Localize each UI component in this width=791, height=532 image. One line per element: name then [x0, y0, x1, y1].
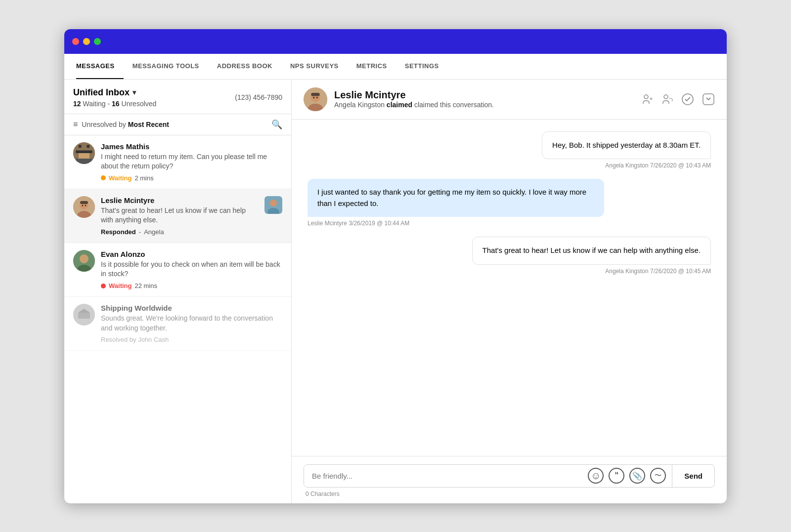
- chevron-down-icon: ▾: [132, 88, 136, 96]
- filter-controls[interactable]: ≡ Unresolved by Most Recent: [73, 120, 169, 129]
- chat-claimed-info: Angela Kingston claimed claimed this con…: [334, 101, 494, 109]
- conv-name-shipping: Shipping Worldwide: [101, 304, 282, 312]
- avatar-james: [73, 142, 95, 164]
- inbox-title[interactable]: Unified Inbox ▾: [73, 87, 156, 98]
- conv-body-leslie: Leslie Mcintyre That's great to hear! Le…: [101, 196, 259, 236]
- message-bubble-1: Hey, Bob. It shipped yesterday at 8.30am…: [542, 131, 711, 160]
- emoji-button[interactable]: ☺: [588, 468, 604, 484]
- conversation-item-evan[interactable]: Evan Alonzo Is it possible for you to ch…: [64, 243, 291, 297]
- message-meta-1: Angela Kingston 7/26/2020 @ 10:43 AM: [605, 162, 711, 169]
- sidebar: Unified Inbox ▾ 12 Waiting - 16 Unresolv…: [64, 80, 292, 503]
- main-layout: Unified Inbox ▾ 12 Waiting - 16 Unresolv…: [64, 80, 727, 503]
- quote-button[interactable]: ": [609, 468, 624, 484]
- filter-icon: ≡: [73, 120, 78, 129]
- app-window: MESSAGES MESSAGING TOOLS ADDRESS BOOK NP…: [64, 29, 727, 503]
- svg-point-26: [316, 97, 318, 98]
- signature-button[interactable]: 〜: [650, 468, 666, 484]
- avatar-evan: [73, 250, 95, 272]
- assign-agent-button[interactable]: [642, 93, 654, 105]
- chat-contact-name: Leslie Mcintyre: [334, 89, 494, 101]
- svg-point-27: [644, 95, 648, 99]
- nav-bar: MESSAGES MESSAGING TOOLS ADDRESS BOOK NP…: [64, 54, 727, 80]
- svg-rect-24: [311, 92, 319, 96]
- status-time: 2 mins: [134, 174, 153, 182]
- char-count: 0 Characters: [304, 491, 715, 497]
- svg-point-25: [313, 97, 314, 98]
- nav-settings[interactable]: SETTINGS: [396, 54, 448, 79]
- more-options-button[interactable]: [702, 93, 715, 106]
- message-2: I just wanted to say thank you for getti…: [308, 179, 711, 227]
- svg-point-11: [85, 205, 87, 206]
- nav-metrics[interactable]: METRICS: [348, 54, 396, 79]
- message-text-1: Hey, Bob. It shipped yesterday at 8.30am…: [552, 141, 701, 149]
- chat-area: Leslie Mcintyre Angela Kingston claimed …: [292, 80, 727, 503]
- send-button[interactable]: Send: [672, 465, 714, 487]
- fullscreen-button[interactable]: [94, 38, 101, 45]
- search-button[interactable]: 🔍: [271, 119, 282, 130]
- svg-point-13: [270, 200, 277, 206]
- conv-body-evan: Evan Alonzo Is it possible for you to ch…: [101, 250, 282, 289]
- inbox-stats: 12 Waiting - 16 Unresolved: [73, 100, 156, 108]
- close-button[interactable]: [72, 38, 79, 45]
- chat-header-info: Leslie Mcintyre Angela Kingston claimed …: [334, 89, 494, 109]
- conv-status-james: Waiting 2 mins: [101, 174, 282, 182]
- status-responded-label: Responded: [101, 228, 136, 236]
- resolved-label: Resolved by John Cash: [101, 336, 169, 343]
- nav-address-book[interactable]: ADDRESS BOOK: [208, 54, 281, 79]
- message-bubble-2: I just wanted to say thank you for getti…: [308, 179, 604, 217]
- inbox-phone: (123) 456-7890: [235, 93, 282, 101]
- conversation-list: James Mathis I might need to return my i…: [64, 135, 291, 503]
- sidebar-header: Unified Inbox ▾ 12 Waiting - 16 Unresolv…: [64, 80, 291, 114]
- conv-preview-shipping: Sounds great. We're looking forward to t…: [101, 314, 282, 333]
- claimed-text: claimed this conversation.: [414, 101, 494, 109]
- chat-contact-avatar: [304, 87, 327, 111]
- conv-name-leslie: Leslie Mcintyre: [101, 196, 259, 205]
- conv-preview-leslie: That's great to hear! Let us know if we …: [101, 206, 259, 225]
- status-waiting-red-label: Waiting: [109, 282, 132, 289]
- conversation-item-shipping[interactable]: Shipping Worldwide Sounds great. We're l…: [64, 297, 291, 351]
- status-dot-orange: [101, 175, 106, 180]
- svg-rect-5: [76, 159, 92, 164]
- svg-rect-3: [76, 150, 92, 153]
- minimize-button[interactable]: [83, 38, 90, 45]
- svg-rect-2: [87, 145, 90, 148]
- message-1: Hey, Bob. It shipped yesterday at 8.30am…: [308, 131, 711, 169]
- inbox-title-label: Unified Inbox: [73, 87, 130, 98]
- attachment-button[interactable]: 📎: [629, 468, 645, 484]
- conv-status-leslie: Responded - Angela: [101, 228, 259, 236]
- avatar-leslie: [73, 196, 95, 218]
- message-meta-2: Leslie Mcintyre 3/26/2019 @ 10:44 AM: [308, 220, 409, 227]
- reassign-button[interactable]: [661, 93, 673, 105]
- nav-nps-surveys[interactable]: NPS SURVEYS: [281, 54, 348, 79]
- status-dot-red: [101, 284, 106, 288]
- conv-preview-evan: Is it possible for you to check on when …: [101, 260, 282, 279]
- conv-body-james: James Mathis I might need to return my i…: [101, 142, 282, 182]
- agent-avatar-right: [264, 196, 282, 214]
- traffic-lights: [72, 38, 101, 45]
- input-area: ☺ " 📎 〜 Send 0 Characters: [292, 456, 727, 503]
- message-meta-3: Angela Kingston 7/26/2020 @ 10:45 AM: [605, 268, 711, 275]
- conv-name-evan: Evan Alonzo: [101, 250, 282, 258]
- chat-header: Leslie Mcintyre Angela Kingston claimed …: [292, 80, 727, 120]
- status-agent-name: Angela: [144, 228, 164, 236]
- conversation-item-james[interactable]: James Mathis I might need to return my i…: [64, 135, 291, 189]
- nav-messages[interactable]: MESSAGES: [76, 54, 124, 79]
- svg-point-10: [82, 205, 84, 206]
- chat-actions: [642, 93, 715, 106]
- message-text-3: That's great to hear! Let us know if we …: [483, 246, 701, 254]
- status-time-evan: 22 mins: [134, 282, 157, 289]
- conv-preview-james: I might need to return my item. Can you …: [101, 152, 282, 171]
- svg-rect-19: [78, 313, 90, 319]
- nav-messaging-tools[interactable]: MESSAGING TOOLS: [124, 54, 208, 79]
- conversation-item-leslie[interactable]: Leslie Mcintyre That's great to hear! Le…: [64, 189, 291, 243]
- messages-area: Hey, Bob. It shipped yesterday at 8.30am…: [292, 120, 727, 456]
- resolve-button[interactable]: [681, 93, 694, 106]
- message-bubble-3: That's great to hear! Let us know if we …: [472, 237, 711, 265]
- titlebar: [64, 29, 727, 54]
- message-input[interactable]: [304, 465, 582, 487]
- claimed-by-name: Angela Kingston: [334, 101, 385, 109]
- svg-rect-9: [80, 201, 88, 204]
- avatar-shipping: [73, 304, 95, 326]
- conv-status-shipping: Resolved by John Cash: [101, 336, 282, 343]
- message-text-2: I just wanted to say thank you for getti…: [317, 188, 586, 207]
